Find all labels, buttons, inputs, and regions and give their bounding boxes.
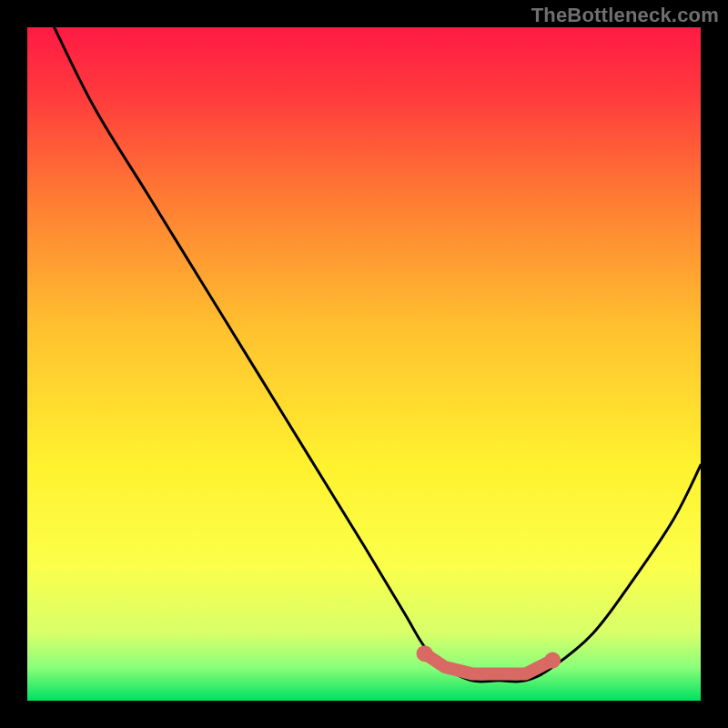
plot-area xyxy=(27,27,701,701)
chart-svg xyxy=(27,27,701,701)
gradient-background xyxy=(27,27,701,701)
watermark-text: TheBottleneck.com xyxy=(531,4,719,27)
min-band-start-dot xyxy=(417,645,433,662)
chart-frame: TheBottleneck.com xyxy=(0,0,728,728)
min-band-end-dot xyxy=(544,652,561,669)
